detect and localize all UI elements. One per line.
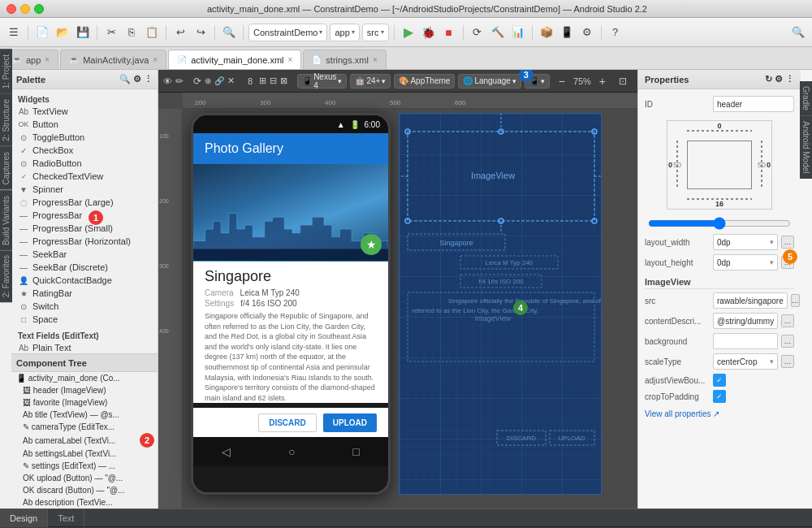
device-dropdown[interactable]: 📱 Nexus 4 ▾	[297, 74, 347, 89]
new-button[interactable]: 📄	[33, 24, 51, 41]
palette-item-checkedtextview[interactable]: ✓CheckedTextView	[11, 170, 158, 183]
crop-to-padding-toggle[interactable]: ✓	[713, 390, 726, 403]
tree-item-settings[interactable]: ✎ settings (EditText) — ...	[11, 460, 158, 472]
palette-search-icon[interactable]: 🔍	[119, 74, 131, 84]
design-view-icon[interactable]: 👁	[163, 73, 172, 89]
palette-settings-icon[interactable]: ⚙	[133, 74, 141, 84]
zoom-out-icon[interactable]: −	[553, 73, 571, 89]
tree-item-root[interactable]: 📱 activity_main_done (Co...	[11, 372, 158, 384]
close-button[interactable]	[6, 4, 16, 14]
align-icon[interactable]: ⊞	[259, 73, 266, 89]
stop-button[interactable]: ■	[440, 24, 458, 41]
tree-item-favorite[interactable]: 🖼 favorite (ImageView)	[11, 396, 158, 409]
adjust-view-toggle[interactable]: ✓	[713, 374, 726, 387]
tree-item-cameratype[interactable]: ✎ cameraType (EditTex...	[11, 421, 158, 433]
analyze-button[interactable]: 📊	[509, 24, 527, 41]
structure-panel-label[interactable]: 2: Structure	[0, 93, 12, 146]
palette-item-button[interactable]: OKButton	[11, 118, 158, 131]
src-dropdown[interactable]: src ▾	[362, 24, 389, 41]
build-button[interactable]: 🔨	[489, 24, 507, 41]
palette-item-spinner[interactable]: ▼Spinner	[11, 183, 158, 196]
save-button[interactable]: 💾	[74, 24, 92, 41]
guidelines-icon[interactable]: ⊠	[280, 73, 287, 89]
props-rotate-icon[interactable]: ↻	[765, 74, 772, 84]
clear-constraints-icon[interactable]: ✕	[227, 73, 235, 89]
minimize-button[interactable]	[20, 4, 30, 14]
blueprint-view-icon[interactable]: ✏	[175, 73, 184, 89]
tab-mainactivity[interactable]: ☕ MainActivity.java ×	[60, 50, 166, 69]
id-value-field[interactable]: header	[713, 96, 794, 112]
language-dropdown[interactable]: 🌐 Language ▾	[458, 74, 521, 89]
cut-button[interactable]: ✂	[102, 24, 120, 41]
background-field[interactable]	[713, 333, 778, 349]
recents-nav-icon[interactable]: □	[352, 445, 359, 458]
search-toolbar-button[interactable]: 🔍	[789, 24, 807, 41]
close-tab-app-icon[interactable]: ×	[45, 55, 50, 64]
palette-item-checkbox[interactable]: ✓CheckBox	[11, 144, 158, 157]
canvas-area[interactable]: 200 300 400 500 600 100 200 300 400	[158, 93, 637, 509]
debug-button[interactable]: 🐞	[420, 24, 438, 41]
palette-item-textview[interactable]: AbTextView	[11, 105, 158, 118]
maximize-button[interactable]	[34, 4, 44, 14]
palette-item-radiobutton[interactable]: ⊙RadioButton	[11, 157, 158, 170]
sdk-manager-button[interactable]: 📦	[538, 24, 555, 41]
distribute-icon[interactable]: ⊟	[270, 73, 277, 89]
layout-width-btn[interactable]: …	[781, 236, 794, 249]
tab-strings[interactable]: 📄 strings.xml ×	[303, 50, 386, 69]
palette-item-ratingbar[interactable]: ★RatingBar	[11, 287, 158, 300]
src-browse-btn[interactable]: …	[791, 294, 800, 307]
theme-dropdown[interactable]: 🎨 AppTheme	[394, 74, 455, 89]
captures-panel-label[interactable]: Captures	[0, 146, 12, 190]
settings-button[interactable]: ⚙	[578, 24, 596, 41]
gradle-panel-label[interactable]: Gradle	[800, 81, 812, 116]
palette-more-icon[interactable]: ⋮	[144, 74, 153, 84]
content-desc-field[interactable]: @string/dummy	[713, 313, 778, 329]
scale-type-select[interactable]: centerCrop ▾	[713, 353, 778, 370]
back-nav-icon[interactable]: ◁	[222, 445, 231, 458]
redo-button[interactable]: ↪	[192, 24, 209, 41]
layout-height-select[interactable]: 0dp ▾	[713, 254, 778, 270]
palette-item-seekbar-discrete[interactable]: —SeekBar (Discrete)	[11, 261, 158, 274]
palette-item-plain-text[interactable]: AbPlain Text	[11, 341, 158, 353]
bias-slider-input[interactable]	[648, 220, 791, 227]
close-tab-strings-icon[interactable]: ×	[373, 55, 378, 64]
view-all-properties-link[interactable]: View all properties ↗	[645, 409, 794, 418]
palette-item-seekbar[interactable]: —SeekBar	[11, 248, 158, 261]
palette-item-quickcontactbadge[interactable]: 👤QuickContactBadge	[11, 274, 158, 287]
module-dropdown[interactable]: app ▾	[330, 24, 359, 41]
design-tab[interactable]: Design	[0, 509, 48, 527]
tree-item-title[interactable]: Ab title (TextView) — @s...	[11, 409, 158, 421]
close-tab-mainactivity-icon[interactable]: ×	[153, 55, 158, 64]
fit-screen-icon[interactable]: ⊡	[614, 73, 632, 89]
bias-slider[interactable]	[645, 218, 794, 229]
upload-button[interactable]: UPLOAD	[323, 413, 377, 432]
palette-item-progressbar[interactable]: —ProgressBar	[11, 209, 158, 222]
layout-width-select[interactable]: 0dp ▾	[713, 234, 778, 250]
tree-item-header[interactable]: 🖼 header (ImageView)	[11, 384, 158, 396]
tree-item-description[interactable]: Ab description (TextVie...	[11, 496, 158, 509]
tree-item-discard[interactable]: OK discard (Button) — "@...	[11, 484, 158, 496]
palette-item-togglebutton[interactable]: ⊙ToggleButton	[11, 131, 158, 144]
avd-manager-button[interactable]: 📱	[558, 24, 576, 41]
menu-button[interactable]: ☰	[5, 24, 23, 41]
background-btn[interactable]: …	[781, 335, 794, 348]
help-button[interactable]: ?	[607, 24, 624, 41]
copy-button[interactable]: ⎘	[123, 24, 140, 41]
palette-item-progressbar-small[interactable]: —ProgressBar (Small)	[11, 222, 158, 235]
open-button[interactable]: 📂	[54, 24, 71, 41]
text-tab[interactable]: Text	[48, 509, 84, 527]
palette-item-switch[interactable]: ⊙Switch	[11, 300, 158, 313]
auto-connect-icon[interactable]: 🔗	[214, 73, 224, 89]
run-button[interactable]: ▶	[400, 24, 417, 41]
palette-item-space[interactable]: □Space	[11, 313, 158, 326]
palette-item-progressbar-large[interactable]: ◌ProgressBar (Large)	[11, 196, 158, 209]
props-settings-icon[interactable]: ⚙	[775, 74, 783, 84]
tab-activity-main-done[interactable]: 📄 activity_main_done.xml ×	[168, 50, 301, 69]
home-nav-icon[interactable]: ○	[288, 445, 295, 458]
api-dropdown[interactable]: 🤖 24+ ▾	[350, 74, 391, 89]
tree-item-settingslabel[interactable]: Ab settingsLabel (TextVi...	[11, 448, 158, 460]
android-model-panel-label[interactable]: Android Model	[800, 116, 812, 178]
discard-button[interactable]: DISCARD	[258, 413, 317, 432]
palette-item-progressbar-horiz[interactable]: —ProgressBar (Horizontal)	[11, 235, 158, 248]
props-more-icon[interactable]: ⋮	[785, 74, 794, 84]
